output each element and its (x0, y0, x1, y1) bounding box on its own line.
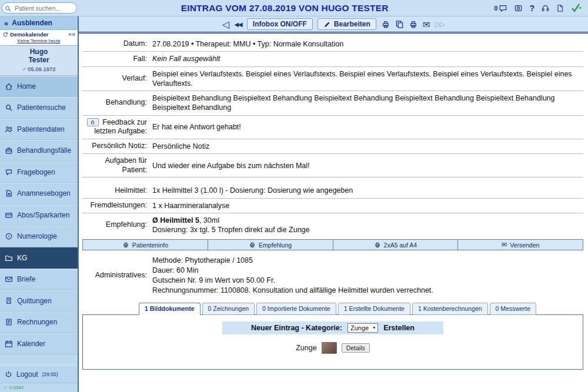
patient-search-input[interactable] (2, 2, 77, 14)
print-patienteninfo-button[interactable]: Patienteninfo (83, 240, 208, 250)
heilmittel-value: 1x Heilmittel 3 (1.00 l) - Dosierung: Do… (147, 186, 583, 195)
brand-logo-icon (570, 3, 582, 13)
page-title: EINTRAG VOM 27.08.2019 VON HUGO TESTER (79, 3, 490, 14)
sidebar-item-home[interactable]: Home (0, 76, 78, 98)
sidebar-item-kg[interactable]: KG (0, 247, 78, 269)
tab-zeichnungen[interactable]: 0 Zeichnungen (202, 303, 255, 315)
print-button-label: 2xA5 auf A4 (384, 242, 417, 249)
home-icon (5, 82, 13, 91)
tab-messwerte[interactable]: 0 Messwerte (490, 303, 537, 315)
sidebar-item-anamnesebogen[interactable]: Anamnesebogen (0, 183, 78, 205)
sidebar-item-label: Briefe (17, 275, 35, 283)
sidebar-item-fragebogen[interactable]: Fragebogen (0, 162, 78, 183)
feedback-value: Er hat eine Antwort gehabt! (147, 122, 583, 132)
category-selected-value: Zunge (350, 324, 369, 331)
logout-timer: (29:55) (42, 371, 58, 377)
details-button[interactable]: Details (342, 343, 370, 353)
help-button[interactable]: ? (529, 4, 534, 13)
sidebar-item-patientendaten[interactable]: Patientendaten (0, 119, 78, 140)
support-button[interactable] (541, 4, 550, 12)
row-notiz: Persönlich Notiz: Persönliche Notiz (82, 139, 583, 154)
sidebar-item-abos-sparkarten[interactable]: Abos/Sparkarten (0, 205, 78, 226)
empfehlung-dosierung: Dosierung: 3x tgl. 5 Tropfen direkt auf … (152, 225, 583, 234)
search-icon (5, 5, 11, 12)
envelope-icon: ✉ (502, 242, 507, 248)
tab-importierte-dokumente[interactable]: 0 Importierte Dokumente (256, 303, 336, 315)
new-entry-bar: Neuer Eintrag - Kategorie: Zunge ▾ Erste… (222, 321, 443, 334)
version-bar: ✓ 0.0342 (0, 383, 78, 392)
notifications-button[interactable]: 0 (494, 4, 507, 12)
notiz-label: Persönlich Notiz: (82, 142, 147, 151)
check-icon: ✓ (4, 385, 8, 390)
row-empfehlung: Empfehlung: Ø Heilmittel 5, 30ml Dosieru… (82, 213, 583, 237)
back-button[interactable]: ◁ (222, 19, 229, 30)
sidebar-item-briefe[interactable]: Briefe (0, 269, 78, 290)
sidebar-item-behandlungsfaelle[interactable]: Behandlungsfälle (0, 140, 78, 162)
version-number: 0.0342 (9, 385, 24, 390)
demo-calendar-widget[interactable]: Demokalender KG Keine Termine heute (0, 30, 78, 46)
screenshot-icon (514, 4, 523, 12)
sidebar-item-label: Numerologie (17, 232, 57, 240)
lock-button[interactable] (87, 118, 99, 126)
sidebar-nav: Home Patientensuche Patientendaten Behan… (0, 76, 78, 355)
folder-icon (5, 254, 13, 262)
forward-button[interactable]: ▷▷ (435, 20, 444, 28)
empfehlung-amount: , 30ml (199, 216, 219, 225)
print-button-label: Empfehlung (259, 242, 292, 249)
tab-bilddokumente[interactable]: 1 Bilddokumente (139, 303, 201, 315)
logout-button[interactable]: Logout (29:55) (0, 365, 78, 383)
refresh-icon (2, 32, 8, 38)
copy-button[interactable] (395, 20, 404, 29)
sidebar-item-label: Anamnesebogen (17, 189, 71, 197)
brand-logo (570, 3, 582, 13)
sidebar-item-label: Kalender (17, 340, 45, 348)
sidebar-item-patientensuche[interactable]: Patientensuche (0, 97, 78, 119)
tab-kostenberechnungen[interactable]: 1 Kostenberechnungen (412, 303, 488, 315)
entry-content: Datum: 27.08.2019 • Therapeut: MMU • Typ… (79, 33, 588, 392)
receipt-icon (5, 297, 13, 305)
sidebar-item-label: Fragebogen (17, 168, 55, 176)
administratives-value: Methode: Phytotherapie / 1085 Dauer: 60 … (147, 256, 583, 296)
edit-button[interactable]: Bearbeiten (318, 18, 376, 30)
tab-erstellte-dokumente[interactable]: 1 Erstellte Dokumente (338, 303, 410, 315)
sidebar-item-quittungen[interactable]: Quittungen (0, 290, 78, 312)
printer-icon (249, 242, 256, 248)
print-2xa5-button[interactable]: 2xA5 auf A4 (333, 240, 458, 250)
sidebar-item-rechnungen[interactable]: Rechnungen (0, 311, 78, 333)
sidebar-item-label: Home (17, 82, 36, 91)
row-verlauf: Verlauf: Beispiel eines Verlaufstexts. B… (82, 67, 583, 92)
hide-sidebar-button[interactable]: « Ausblenden (0, 16, 78, 30)
fall-value: Kein Fall ausgewählt (147, 54, 583, 63)
calendar-badge: KG (69, 32, 75, 37)
empfehlung-value: Ø Heilmittel 5, 30ml Dosierung: 3x tgl. … (147, 216, 583, 235)
print-button[interactable] (381, 20, 390, 29)
document-icon (5, 189, 13, 197)
create-button[interactable]: Erstellen (383, 324, 415, 332)
row-feedback: Feedback zur letzten Aufgabe: Er hat ein… (82, 116, 583, 139)
document-button[interactable] (556, 4, 564, 12)
lock-icon (90, 119, 95, 125)
patient-search (0, 2, 79, 14)
category-select[interactable]: Zunge ▾ (348, 323, 378, 333)
calendar-icon (5, 340, 13, 348)
print-button-label: Patienteninfo (132, 242, 168, 249)
print-empfehlung-button[interactable]: Empfehlung (208, 240, 333, 250)
send-email-button[interactable]: ✉ (423, 20, 430, 29)
fall-label: Fall: (82, 55, 147, 64)
row-heilmittel: Heilmittel: 1x Heilmittel 3 (1.00 l) - D… (82, 177, 583, 198)
pencil-icon (323, 21, 331, 28)
app-window: EINTRAG VOM 27.08.2019 VON HUGO TESTER 0… (0, 0, 588, 392)
screenshot-button[interactable] (514, 4, 523, 12)
patient-first-name: Hugo (1, 48, 76, 56)
versenden-button[interactable]: ✉ Versenden (457, 240, 583, 250)
rewind-button[interactable]: ◀◀ (234, 21, 242, 28)
sidebar-item-kalender[interactable]: Kalender (0, 333, 78, 355)
sidebar-item-numerologie[interactable]: Numerologie (0, 226, 78, 247)
infobox-toggle-button[interactable]: Infobox ON/OFF (247, 18, 313, 30)
verlauf-value: Beispiel eines Verlaufstexts. Beispiel e… (147, 69, 583, 89)
search-icon (5, 103, 13, 112)
current-patient-card[interactable]: Hugo Tester ♂ 05.09.1972 (0, 46, 78, 76)
print-alt-button[interactable] (409, 20, 418, 29)
users-icon (5, 125, 13, 133)
tongue-thumbnail[interactable] (322, 342, 337, 354)
